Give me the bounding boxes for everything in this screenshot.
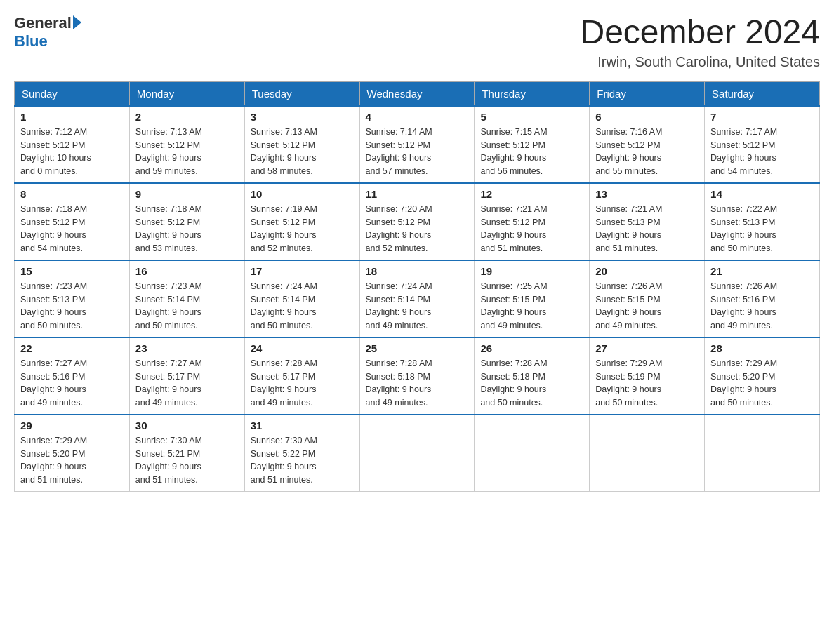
title-block: December 2024 Irwin, South Carolina, Uni… [580, 14, 820, 70]
day-info: Sunrise: 7:26 AMSunset: 5:15 PMDaylight:… [595, 280, 699, 333]
day-info: Sunrise: 7:23 AMSunset: 5:14 PMDaylight:… [135, 280, 239, 333]
day-info: Sunrise: 7:29 AMSunset: 5:20 PMDaylight:… [20, 434, 124, 487]
calendar-day-cell: 27Sunrise: 7:29 AMSunset: 5:19 PMDayligh… [590, 337, 705, 415]
day-number: 6 [595, 111, 699, 123]
day-info: Sunrise: 7:30 AMSunset: 5:21 PMDaylight:… [135, 434, 239, 487]
day-number: 29 [20, 420, 124, 431]
location-title: Irwin, South Carolina, United States [580, 54, 820, 70]
day-info: Sunrise: 7:28 AMSunset: 5:18 PMDaylight:… [480, 357, 583, 410]
calendar-day-cell [475, 415, 590, 492]
day-info: Sunrise: 7:25 AMSunset: 5:15 PMDaylight:… [480, 280, 583, 333]
day-info: Sunrise: 7:29 AMSunset: 5:19 PMDaylight:… [595, 357, 699, 410]
calendar-week-row: 22Sunrise: 7:27 AMSunset: 5:16 PMDayligh… [15, 337, 820, 415]
day-number: 24 [251, 342, 354, 354]
logo-blue-text: Blue [14, 32, 48, 51]
day-number: 18 [366, 265, 469, 277]
day-info: Sunrise: 7:12 AMSunset: 5:12 PMDaylight:… [20, 126, 124, 178]
day-info: Sunrise: 7:23 AMSunset: 5:13 PMDaylight:… [20, 280, 124, 333]
day-of-week-header: Friday [590, 81, 705, 106]
calendar-day-cell [590, 415, 705, 492]
calendar-day-cell: 26Sunrise: 7:28 AMSunset: 5:18 PMDayligh… [475, 337, 590, 415]
day-info: Sunrise: 7:28 AMSunset: 5:17 PMDaylight:… [251, 357, 354, 410]
day-number: 16 [135, 265, 239, 277]
day-info: Sunrise: 7:15 AMSunset: 5:12 PMDaylight:… [480, 126, 583, 178]
day-number: 21 [710, 265, 814, 277]
calendar-day-cell: 18Sunrise: 7:24 AMSunset: 5:14 PMDayligh… [359, 260, 475, 337]
day-number: 12 [480, 188, 583, 200]
logo-general-text: General [14, 14, 72, 32]
calendar-day-cell: 21Sunrise: 7:26 AMSunset: 5:16 PMDayligh… [705, 260, 820, 337]
day-number: 14 [710, 188, 814, 200]
calendar-day-cell: 28Sunrise: 7:29 AMSunset: 5:20 PMDayligh… [705, 337, 820, 415]
calendar-day-cell: 4Sunrise: 7:14 AMSunset: 5:12 PMDaylight… [359, 106, 475, 183]
day-of-week-header: Saturday [705, 81, 820, 106]
day-number: 3 [251, 111, 354, 123]
calendar-day-cell: 10Sunrise: 7:19 AMSunset: 5:12 PMDayligh… [244, 183, 359, 260]
day-info: Sunrise: 7:13 AMSunset: 5:12 PMDaylight:… [135, 126, 239, 178]
calendar-week-row: 1Sunrise: 7:12 AMSunset: 5:12 PMDaylight… [15, 106, 820, 183]
day-number: 15 [20, 265, 124, 277]
calendar-header-row: SundayMondayTuesdayWednesdayThursdayFrid… [15, 81, 820, 106]
day-number: 27 [595, 342, 699, 354]
day-of-week-header: Thursday [475, 81, 590, 106]
day-number: 23 [135, 342, 239, 354]
day-number: 10 [251, 188, 354, 200]
calendar-day-cell: 1Sunrise: 7:12 AMSunset: 5:12 PMDaylight… [15, 106, 130, 183]
day-number: 19 [480, 265, 583, 277]
day-info: Sunrise: 7:21 AMSunset: 5:12 PMDaylight:… [480, 203, 583, 255]
day-number: 20 [595, 265, 699, 277]
day-info: Sunrise: 7:24 AMSunset: 5:14 PMDaylight:… [251, 280, 354, 333]
day-number: 11 [366, 188, 469, 200]
calendar-day-cell: 25Sunrise: 7:28 AMSunset: 5:18 PMDayligh… [359, 337, 475, 415]
day-info: Sunrise: 7:19 AMSunset: 5:12 PMDaylight:… [251, 203, 354, 255]
day-number: 17 [251, 265, 354, 277]
day-number: 30 [135, 420, 239, 431]
day-number: 31 [251, 420, 354, 431]
day-info: Sunrise: 7:27 AMSunset: 5:16 PMDaylight:… [20, 357, 124, 410]
day-info: Sunrise: 7:13 AMSunset: 5:12 PMDaylight:… [251, 126, 354, 178]
calendar-day-cell: 7Sunrise: 7:17 AMSunset: 5:12 PMDaylight… [705, 106, 820, 183]
calendar-day-cell: 11Sunrise: 7:20 AMSunset: 5:12 PMDayligh… [359, 183, 475, 260]
calendar-day-cell: 29Sunrise: 7:29 AMSunset: 5:20 PMDayligh… [15, 415, 130, 492]
calendar-day-cell: 24Sunrise: 7:28 AMSunset: 5:17 PMDayligh… [244, 337, 359, 415]
calendar-day-cell: 22Sunrise: 7:27 AMSunset: 5:16 PMDayligh… [15, 337, 130, 415]
calendar-day-cell: 19Sunrise: 7:25 AMSunset: 5:15 PMDayligh… [475, 260, 590, 337]
day-info: Sunrise: 7:17 AMSunset: 5:12 PMDaylight:… [710, 126, 814, 178]
day-number: 26 [480, 342, 583, 354]
calendar-day-cell: 8Sunrise: 7:18 AMSunset: 5:12 PMDaylight… [15, 183, 130, 260]
day-info: Sunrise: 7:14 AMSunset: 5:12 PMDaylight:… [366, 126, 469, 178]
calendar-week-row: 15Sunrise: 7:23 AMSunset: 5:13 PMDayligh… [15, 260, 820, 337]
day-info: Sunrise: 7:26 AMSunset: 5:16 PMDaylight:… [710, 280, 814, 333]
calendar-day-cell: 6Sunrise: 7:16 AMSunset: 5:12 PMDaylight… [590, 106, 705, 183]
day-of-week-header: Wednesday [359, 81, 475, 106]
logo: General Blue [14, 14, 81, 51]
page-header: General Blue December 2024 Irwin, South … [14, 14, 820, 70]
day-info: Sunrise: 7:27 AMSunset: 5:17 PMDaylight:… [135, 357, 239, 410]
day-info: Sunrise: 7:22 AMSunset: 5:13 PMDaylight:… [710, 203, 814, 255]
calendar-day-cell: 23Sunrise: 7:27 AMSunset: 5:17 PMDayligh… [129, 337, 244, 415]
calendar-day-cell: 17Sunrise: 7:24 AMSunset: 5:14 PMDayligh… [244, 260, 359, 337]
day-info: Sunrise: 7:16 AMSunset: 5:12 PMDaylight:… [595, 126, 699, 178]
day-number: 1 [20, 111, 124, 123]
day-info: Sunrise: 7:18 AMSunset: 5:12 PMDaylight:… [135, 203, 239, 255]
day-info: Sunrise: 7:21 AMSunset: 5:13 PMDaylight:… [595, 203, 699, 255]
calendar-day-cell [705, 415, 820, 492]
calendar-day-cell [359, 415, 475, 492]
day-number: 5 [480, 111, 583, 123]
calendar-day-cell: 2Sunrise: 7:13 AMSunset: 5:12 PMDaylight… [129, 106, 244, 183]
day-info: Sunrise: 7:28 AMSunset: 5:18 PMDaylight:… [366, 357, 469, 410]
calendar-day-cell: 15Sunrise: 7:23 AMSunset: 5:13 PMDayligh… [15, 260, 130, 337]
calendar-day-cell: 5Sunrise: 7:15 AMSunset: 5:12 PMDaylight… [475, 106, 590, 183]
day-info: Sunrise: 7:18 AMSunset: 5:12 PMDaylight:… [20, 203, 124, 255]
calendar-day-cell: 31Sunrise: 7:30 AMSunset: 5:22 PMDayligh… [244, 415, 359, 492]
calendar-day-cell: 16Sunrise: 7:23 AMSunset: 5:14 PMDayligh… [129, 260, 244, 337]
logo-arrow-icon [73, 15, 81, 29]
calendar-week-row: 8Sunrise: 7:18 AMSunset: 5:12 PMDaylight… [15, 183, 820, 260]
calendar-day-cell: 3Sunrise: 7:13 AMSunset: 5:12 PMDaylight… [244, 106, 359, 183]
day-info: Sunrise: 7:30 AMSunset: 5:22 PMDaylight:… [251, 434, 354, 487]
calendar-day-cell: 20Sunrise: 7:26 AMSunset: 5:15 PMDayligh… [590, 260, 705, 337]
day-of-week-header: Sunday [15, 81, 130, 106]
day-number: 25 [366, 342, 469, 354]
calendar-day-cell: 12Sunrise: 7:21 AMSunset: 5:12 PMDayligh… [475, 183, 590, 260]
day-number: 22 [20, 342, 124, 354]
